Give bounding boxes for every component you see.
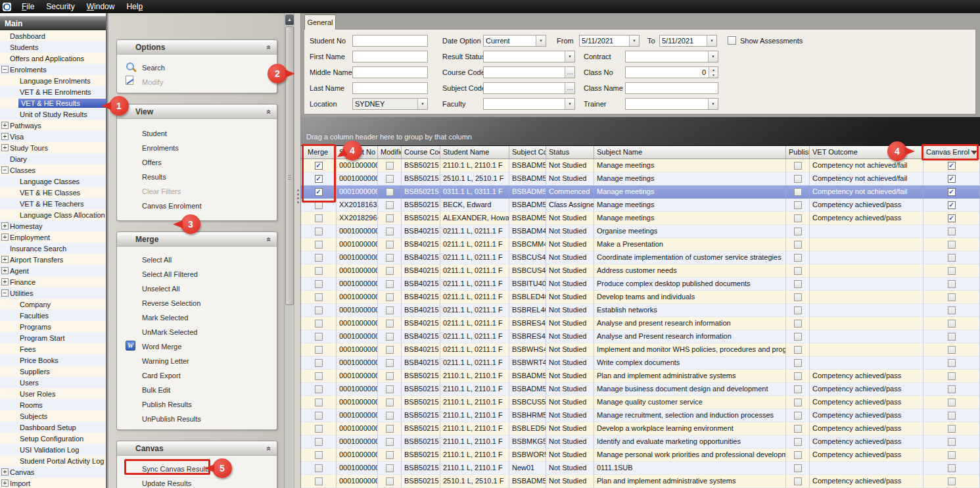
unchecked-checkbox-icon[interactable] xyxy=(794,214,802,222)
checked-checkbox-icon[interactable]: ✓ xyxy=(948,175,956,183)
cell-modified[interactable] xyxy=(378,356,402,370)
unchecked-checkbox-icon[interactable] xyxy=(794,451,802,459)
cell-canvas-enrol[interactable]: ✓ xyxy=(923,185,980,199)
action-mark-selected[interactable]: Mark Selected xyxy=(117,310,277,324)
unchecked-checkbox-icon[interactable] xyxy=(948,451,956,459)
unchecked-checkbox-icon[interactable] xyxy=(386,451,394,459)
unchecked-checkbox-icon[interactable] xyxy=(794,254,802,262)
panel-header-view[interactable]: View« xyxy=(117,105,277,119)
unchecked-checkbox-icon[interactable] xyxy=(948,254,956,262)
location-select[interactable]: SYDNEY ▼ xyxy=(352,98,428,110)
unchecked-checkbox-icon[interactable] xyxy=(386,333,394,341)
action-unselect-all[interactable]: Unselect All xyxy=(117,281,277,295)
cell-modified[interactable] xyxy=(378,370,402,383)
checked-checkbox-icon[interactable]: ✓ xyxy=(948,201,956,209)
cell-publish[interactable] xyxy=(786,264,810,278)
cell-canvas-enrol[interactable] xyxy=(923,304,980,317)
cell-publish[interactable] xyxy=(786,212,810,225)
cell-publish[interactable] xyxy=(786,422,810,435)
checked-checkbox-icon[interactable]: ✓ xyxy=(948,162,956,170)
unchecked-checkbox-icon[interactable] xyxy=(948,280,956,288)
expand-icon[interactable]: + xyxy=(1,233,9,241)
cell-modified[interactable] xyxy=(378,330,402,343)
cell-canvas-enrol[interactable] xyxy=(923,383,980,396)
cell-merge[interactable] xyxy=(301,304,337,317)
table-row[interactable]: 0001000000BSB502152110.1 L, 2110.1 FBSBM… xyxy=(301,435,980,449)
cell-merge[interactable] xyxy=(301,449,337,462)
cell-modified[interactable] xyxy=(378,317,402,330)
cell-merge[interactable] xyxy=(301,370,337,383)
cell-canvas-enrol[interactable] xyxy=(923,475,980,488)
unchecked-checkbox-icon[interactable] xyxy=(386,228,394,235)
sidebar-item-users[interactable]: Users xyxy=(0,377,106,388)
table-row[interactable]: 0001000000BSB402150211.1 L, 0211.1 FBSBC… xyxy=(301,264,980,278)
cell-modified[interactable] xyxy=(378,172,402,185)
unchecked-checkbox-icon[interactable] xyxy=(315,464,323,472)
unchecked-checkbox-icon[interactable] xyxy=(315,214,323,222)
action-reverse-selection[interactable]: Reverse Selection xyxy=(117,295,277,310)
cell-publish[interactable] xyxy=(786,304,810,317)
cell-modified[interactable] xyxy=(378,225,402,238)
unchecked-checkbox-icon[interactable] xyxy=(386,254,394,262)
last-name-input[interactable] xyxy=(352,82,428,94)
sidebar-item-usi-validation-log[interactable]: USI Validation Log xyxy=(0,444,106,455)
cell-canvas-enrol[interactable] xyxy=(923,251,980,264)
cell-canvas-enrol[interactable] xyxy=(923,238,980,251)
cell-modified[interactable] xyxy=(378,449,402,462)
cell-merge[interactable] xyxy=(301,356,337,370)
cell-modified[interactable] xyxy=(378,396,402,409)
unchecked-checkbox-icon[interactable] xyxy=(794,372,802,380)
table-row[interactable]: 0001000000BSB402150211.1 L, 0211.1 FBSBW… xyxy=(301,356,980,370)
unchecked-checkbox-icon[interactable] xyxy=(948,372,956,380)
unchecked-checkbox-icon[interactable] xyxy=(386,306,394,314)
unchecked-checkbox-icon[interactable] xyxy=(386,477,394,485)
middle-name-input[interactable] xyxy=(352,66,428,78)
cell-merge[interactable] xyxy=(301,317,337,330)
unchecked-checkbox-icon[interactable] xyxy=(794,228,802,235)
cell-publish[interactable] xyxy=(786,409,810,422)
table-row[interactable]: 0001000000BSB502152110.1 L, 2110.1 FNew0… xyxy=(301,462,980,475)
cell-publish[interactable] xyxy=(786,199,810,212)
unchecked-checkbox-icon[interactable] xyxy=(794,385,802,393)
action-bulk-edit[interactable]: Bulk Edit xyxy=(117,382,277,397)
cell-merge[interactable] xyxy=(301,475,337,488)
subject-code-input[interactable]: … xyxy=(483,82,575,94)
unchecked-checkbox-icon[interactable] xyxy=(948,464,956,472)
unchecked-checkbox-icon[interactable] xyxy=(315,399,323,406)
sidebar-item-study-tours[interactable]: +Study Tours xyxy=(0,142,106,153)
unchecked-checkbox-icon[interactable] xyxy=(794,359,802,367)
unchecked-checkbox-icon[interactable] xyxy=(315,477,323,485)
cell-modified[interactable] xyxy=(378,409,402,422)
sidebar-item-students[interactable]: Students xyxy=(0,41,106,53)
unchecked-checkbox-icon[interactable] xyxy=(948,228,956,235)
unchecked-checkbox-icon[interactable] xyxy=(794,412,802,420)
unchecked-checkbox-icon[interactable] xyxy=(794,477,802,485)
menu-item-file[interactable]: File xyxy=(16,1,40,12)
unchecked-checkbox-icon[interactable] xyxy=(386,241,394,249)
unchecked-checkbox-icon[interactable] xyxy=(794,175,802,183)
cell-canvas-enrol[interactable] xyxy=(923,356,980,370)
cell-modified[interactable] xyxy=(378,278,402,291)
cell-publish[interactable] xyxy=(786,462,810,475)
unchecked-checkbox-icon[interactable] xyxy=(794,464,802,472)
unchecked-checkbox-icon[interactable] xyxy=(794,188,802,196)
taskpane-scrollbar[interactable]: ▲ xyxy=(284,13,294,488)
unchecked-checkbox-icon[interactable] xyxy=(386,385,394,393)
chevron-down-icon[interactable]: ▼ xyxy=(707,36,716,46)
sidebar-item-faculties[interactable]: Faculties xyxy=(0,310,106,321)
sidebar-item-employment[interactable]: +Employment xyxy=(0,232,106,243)
table-row[interactable]: XX2018296BSB50215ALEXANDER, HowardBSBADM… xyxy=(301,212,980,225)
unchecked-checkbox-icon[interactable] xyxy=(315,451,323,459)
collapse-icon[interactable]: − xyxy=(1,166,9,174)
collapse-chevron-icon[interactable]: « xyxy=(266,446,273,451)
action-enrolments[interactable]: Enrolments xyxy=(117,140,277,155)
chevron-down-icon[interactable]: ▼ xyxy=(708,51,718,62)
unchecked-checkbox-icon[interactable] xyxy=(386,188,394,196)
cell-publish[interactable] xyxy=(786,291,810,304)
action-select-all[interactable]: Select All xyxy=(117,252,277,266)
cell-modified[interactable] xyxy=(378,159,402,172)
cell-publish[interactable] xyxy=(786,396,810,409)
sidebar-item-program-start[interactable]: Program Start xyxy=(0,332,106,343)
table-row[interactable]: 0001000000BSB402150211.1 L, 0211.1 FBSBC… xyxy=(301,251,980,264)
column-header-course-code[interactable]: Course Cod xyxy=(402,146,440,159)
